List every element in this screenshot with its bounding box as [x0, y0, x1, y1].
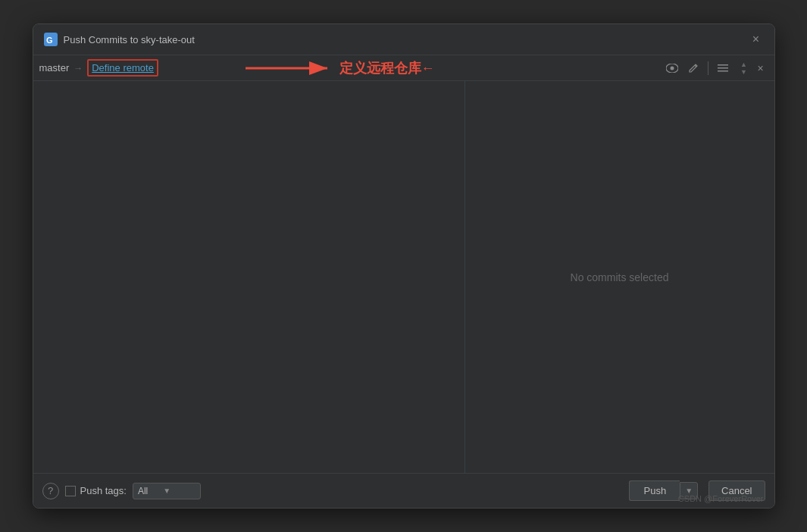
annotation-arrow [238, 58, 336, 78]
push-tags-container: Push tags: [65, 485, 127, 496]
svg-point-5 [670, 66, 674, 70]
commits-list-panel [33, 81, 465, 473]
pencil-icon-button[interactable] [684, 59, 702, 77]
cancel-button[interactable]: Cancel [708, 480, 765, 501]
push-tags-label: Push tags: [80, 485, 127, 496]
annotation-text: 定义远程仓库← [339, 59, 435, 77]
dialog-title: Push Commits to sky-take-out [64, 34, 195, 45]
push-dropdown-button[interactable]: ▼ [680, 482, 698, 499]
branch-label: master [39, 62, 70, 74]
eye-icon-button[interactable] [663, 59, 681, 77]
list-icon-button[interactable] [714, 59, 732, 77]
push-commits-dialog: G Push Commits to sky-take-out × master … [33, 23, 775, 509]
push-button[interactable]: Push [629, 480, 680, 501]
branch-arrow: → [74, 63, 83, 74]
tags-option-label: All [138, 486, 148, 496]
help-button[interactable]: ? [42, 483, 59, 499]
nav-up-button[interactable]: ▲ [738, 61, 750, 68]
toolbar: master → Define remote 定义远程仓库← [33, 55, 774, 81]
app-icon: G [44, 33, 58, 46]
no-commits-label: No commits selected [571, 271, 669, 283]
svg-rect-6 [718, 64, 728, 66]
toolbar-close-button[interactable]: × [753, 61, 768, 76]
push-tags-checkbox[interactable] [65, 486, 76, 496]
svg-rect-7 [718, 67, 728, 69]
tags-select-arrow-icon: ▼ [163, 487, 170, 495]
svg-text:G: G [46, 36, 53, 45]
toolbar-divider [708, 61, 708, 75]
main-content: No commits selected [33, 81, 774, 473]
annotation-overlay: 定义远程仓库← [238, 58, 435, 78]
toolbar-nav: ▲ ▼ [738, 61, 750, 76]
nav-down-button[interactable]: ▼ [738, 68, 750, 76]
tags-select[interactable]: All ▼ [133, 483, 201, 499]
title-bar: G Push Commits to sky-take-out × [33, 24, 774, 55]
push-button-group: Push ▼ [629, 480, 698, 501]
define-remote-button[interactable]: Define remote [87, 59, 158, 77]
dialog-close-button[interactable]: × [749, 32, 764, 47]
svg-rect-8 [718, 70, 728, 72]
footer: ? Push tags: All ▼ Push ▼ Cancel [33, 473, 774, 508]
commit-detail-panel: No commits selected [465, 81, 774, 473]
